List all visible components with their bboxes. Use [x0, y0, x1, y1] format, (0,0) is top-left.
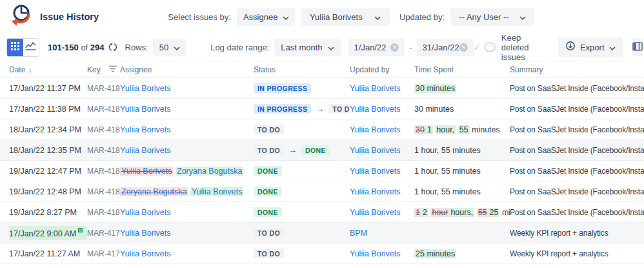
assignee-link[interactable]: Yuliia Borivets [120, 125, 171, 134]
updated-by-dropdown[interactable]: -- Any User -- [450, 8, 534, 26]
time-spent-segment: 30 minutes [414, 84, 456, 93]
updated-by-link[interactable]: Yuliia Borivets [350, 208, 401, 217]
cell-assignee: Yuliia Borivets [120, 249, 254, 258]
time-spent-segment: 2 [421, 208, 428, 217]
rows-dropdown[interactable]: 50 [153, 39, 186, 56]
table-row: 18/Jan/22 12:35 PMMAR-4183Yuliia Borivet… [0, 140, 644, 161]
assignee-link[interactable]: Yuliia Borivets [120, 167, 174, 176]
status-badge: DONE [254, 187, 282, 197]
cell-key: MAR-4183 [87, 167, 120, 176]
updated-by-link[interactable]: Yuliia Borivets [350, 249, 401, 258]
date-value: 17/Jan/22 11:38 PM [9, 103, 83, 115]
cell-status: TO DO [254, 228, 350, 238]
cell-key: MAR-4183 [87, 105, 120, 114]
status-badge: TO DO [328, 104, 350, 114]
clear-icon[interactable]: ✕ [459, 43, 468, 52]
assignee-value-dropdown[interactable]: Yuliia Borivets [301, 8, 390, 26]
updated-by-link[interactable]: BPM [350, 229, 367, 238]
cell-time-spent: 30 minutes [414, 105, 510, 114]
updated-by-link[interactable]: Yuliia Borivets [350, 146, 401, 155]
time-spent-segment: 1 hour, 55 minutes [414, 167, 481, 176]
column-header-updated-by: Updated by [350, 65, 414, 74]
top-filters: Select issues by: Assignee Yuliia Borive… [168, 8, 534, 26]
cell-assignee: Yuliia Borivets [120, 229, 254, 238]
cell-time-spent: 12 hourhours, 5525 minutes [414, 208, 510, 217]
cell-updated-by: Yuliia Borivets [350, 208, 414, 217]
assignee-link[interactable]: Yuliia Borivets [120, 229, 171, 238]
cell-updated-by: Yuliia Borivets [350, 125, 414, 134]
table-row: 17/Jan/22 11:38 PMMAR-4183Yuliia Borivet… [0, 99, 644, 119]
app-logo-icon [8, 3, 34, 32]
cell-key: MAR-4183 [87, 187, 120, 196]
cell-date: 19/Jan/22 12:47 PM [9, 165, 87, 177]
brand: Issue History [8, 3, 99, 32]
table-header: Date ↓ Key Assignee Status Updated by Ti… [0, 61, 644, 78]
keep-deleted-toggle[interactable] [484, 42, 496, 52]
table-row: 17/Jan/22 11:27 AMMAR-4175Yuliia Borivet… [0, 243, 644, 264]
time-spent-segment: hour [430, 208, 449, 217]
assignee-link[interactable]: Zoryana Bogutska [176, 167, 243, 176]
keep-deleted-label: Keep deleted issues [501, 33, 548, 62]
status-badge: DONE [254, 207, 282, 218]
toggle-knob [485, 43, 494, 52]
cell-date: 17/Jan/22 11:38 PM [9, 103, 87, 115]
cloud-download-icon [565, 41, 576, 53]
time-spent-segment: minutes [499, 208, 510, 217]
toolbar: 101-150 of 294 Rows: 50 Log date range: … [0, 34, 644, 61]
sort-desc-icon: ↓ [28, 66, 32, 74]
clear-icon[interactable]: ✕ [390, 43, 399, 52]
updated-by-link[interactable]: Yuliia Borivets [350, 105, 401, 114]
date-to-input[interactable]: 31/Jan/22 ✕ [417, 39, 474, 56]
assignee-link[interactable]: Yuliia Borivets [120, 146, 171, 155]
date-from-input[interactable]: 1/Jan/22 ✕ [348, 39, 405, 56]
updated-by-link[interactable]: Yuliia Borivets [350, 187, 401, 196]
table-row: 18/Jan/22 12:34 PMMAR-4183Yuliia Borivet… [0, 119, 644, 140]
date-value: 18/Jan/22 12:35 PM [9, 145, 83, 156]
assignee-link[interactable]: Yuliia Borivets [120, 105, 171, 114]
updated-by-link[interactable]: Yuliia Borivets [350, 167, 401, 176]
cell-updated-by: Yuliia Borivets [350, 187, 414, 196]
time-spent-segment: minutes [470, 125, 500, 134]
updated-by-link[interactable]: Yuliia Borivets [350, 125, 401, 134]
created-marker [78, 228, 83, 232]
columns-button[interactable] [632, 38, 643, 56]
time-spent-segment: 25 minutes [414, 249, 456, 258]
cell-assignee: Yuliia Borivets [120, 105, 254, 114]
cell-updated-by: BPM [350, 229, 414, 238]
cell-key: MAR-4175 [87, 229, 120, 238]
cell-date: 17/Jan/22 11:27 AM [9, 248, 87, 260]
table-row: 19/Jan/22 8:27 PMMAR-4183Yuliia Borivets… [0, 202, 644, 223]
assignee-link[interactable]: Zoryana Bogutska [120, 187, 188, 196]
cell-assignee: Yuliia Borivets Zoryana Bogutska [120, 167, 254, 176]
column-header-date[interactable]: Date ↓ [9, 65, 87, 74]
assignee-link[interactable]: Yuliia Borivets [120, 208, 171, 217]
time-spent-segment: 55 [458, 125, 470, 134]
table-row: 17/Jan/22 9:00 AMMAR-4175Yuliia Borivets… [0, 223, 644, 243]
cell-updated-by: Yuliia Borivets [350, 249, 414, 258]
cell-time-spent: 30 minutes [414, 84, 510, 93]
date-value: 17/Jan/22 9:00 AM [9, 226, 87, 240]
date-preset-dropdown[interactable]: Last month [274, 39, 340, 56]
grid-view-button[interactable] [7, 39, 23, 56]
status-badge: TO DO [254, 145, 284, 156]
cell-status: TO DO [254, 125, 350, 135]
assignee-link[interactable]: Yuliia Borivets [120, 249, 171, 258]
date-value: 19/Jan/22 12:47 PM [9, 165, 83, 177]
refresh-button[interactable] [108, 43, 117, 52]
date-value: 17/Jan/22 11:27 AM [9, 248, 82, 260]
assignee-link[interactable]: Yuliia Borivets [190, 187, 244, 196]
cell-status: IN PROGRESS [254, 83, 350, 94]
export-button[interactable]: Export [558, 37, 623, 57]
cell-time-spent: 301 hour, 55 minutes [414, 125, 510, 134]
cell-updated-by: Yuliia Borivets [350, 146, 414, 155]
cell-summary: Post on SaaSJet Inside (Facebook/Instagr… [510, 208, 644, 217]
chart-view-button[interactable] [23, 39, 39, 56]
updated-by-link[interactable]: Yuliia Borivets [350, 84, 401, 93]
assignee-link[interactable]: Yuliia Borivets [120, 84, 171, 93]
filter-icon[interactable] [109, 65, 117, 74]
chevron-down-icon [174, 43, 180, 52]
cell-status: DONE [254, 187, 350, 197]
select-by-dropdown[interactable]: Assignee [237, 8, 295, 26]
time-spent-segment: 1 [414, 208, 421, 217]
transition-arrow-icon: → [316, 104, 324, 114]
